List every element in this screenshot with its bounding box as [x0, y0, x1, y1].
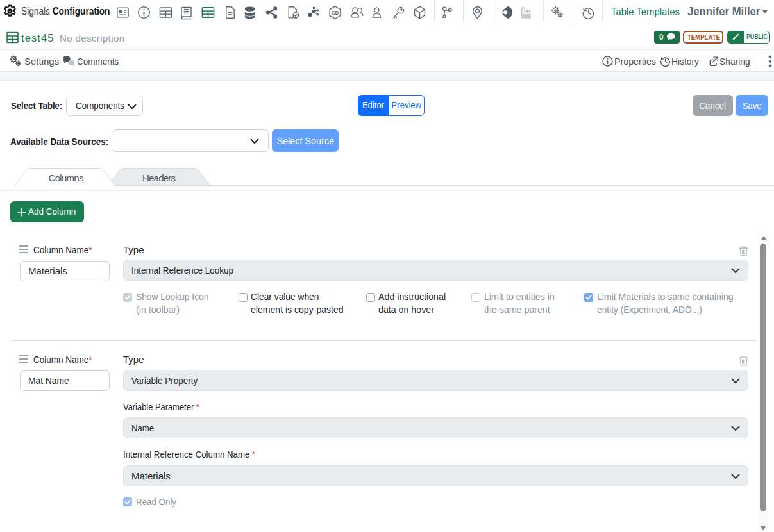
- svg-text:CD: CD: [332, 10, 339, 16]
- svg-text:Columns: Columns: [49, 172, 84, 183]
- svg-text:Headers: Headers: [142, 172, 176, 183]
